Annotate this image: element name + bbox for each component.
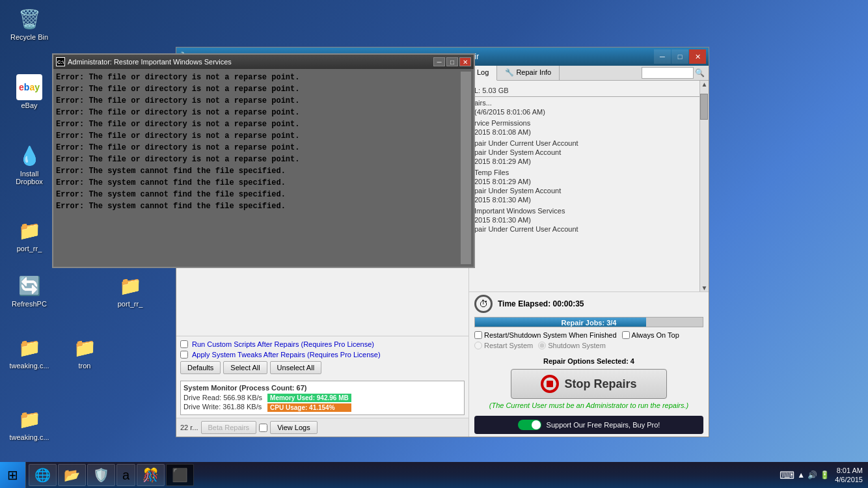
restart-shutdown-label: Restart/Shutdown System When Finished	[474, 331, 617, 339]
repair-info-icon: 🔧	[505, 68, 516, 76]
recycle-bin-label: Recycle Bin	[10, 33, 48, 41]
pro-banner[interactable]: Support Our Free Repairs, Buy Pro!	[474, 416, 703, 434]
refresh-pc-label: RefreshPC	[12, 300, 47, 308]
system-action-options: Restart System Shutdown System	[469, 342, 709, 352]
repair-action-buttons: Defaults Select All Unselect All	[180, 361, 465, 374]
cmd-minimize-button[interactable]: ─	[433, 57, 445, 66]
timer-section: ⏱ Time Elapsed: 00:00:35	[469, 291, 709, 316]
shutdown-system-label: Shutdown System	[538, 342, 606, 349]
taskbar-amazon[interactable]: a	[116, 464, 135, 486]
network-icon[interactable]: ▲	[797, 470, 805, 480]
taskbar-shield[interactable]: 🛡️	[87, 464, 115, 486]
scroll-down-arrow[interactable]: ▼	[700, 284, 709, 291]
clock-time: 8:01 AM	[835, 466, 863, 475]
ebay-label: eBay	[21, 102, 37, 109]
cmd-title: Administrator: Restore Important Windows…	[68, 58, 232, 66]
taskbar-right: ⌨ ▲ 🔊 🔋 8:01 AM 4/6/2015	[774, 466, 868, 485]
cmd-icon: C:\	[56, 57, 65, 66]
taskbar-apps: 🌐 📂 🛡️ a 🎊 ⬛	[26, 464, 774, 486]
memory-badge: Memory Used: 942.96 MB	[267, 394, 351, 402]
unselect-all-button[interactable]: Unselect All	[270, 361, 321, 374]
battery-icon[interactable]: 🔋	[820, 470, 830, 480]
view-logs-button[interactable]: View Logs	[270, 421, 318, 434]
volume-icon[interactable]: 🔊	[807, 470, 817, 480]
page-indicator: 22 r...	[180, 424, 198, 431]
search-icon[interactable]: 🔍	[694, 68, 706, 77]
desktop-icon-tweaking1[interactable]: 📁 tweaking.c...	[3, 332, 55, 372]
port-rr2-label: port_rr_	[118, 300, 143, 308]
desktop-icon-recycle-bin[interactable]: 🗑️ Recycle Bin	[3, 3, 55, 44]
cpu-badge: CPU Usage: 41.154%	[267, 403, 351, 412]
scroll-up-arrow[interactable]: ▲	[700, 81, 709, 88]
view-logs-check[interactable]	[259, 424, 267, 432]
select-all-button[interactable]: Select All	[223, 361, 267, 374]
start-button[interactable]: ⊞	[0, 462, 26, 488]
desktop-icon-refresh-pc[interactable]: 🔄 RefreshPC	[3, 270, 55, 310]
cmd-close-button[interactable]: ✕	[459, 57, 471, 66]
restart-system-label: Restart System	[474, 342, 533, 349]
admin-note: (The Current User must be an Administrat…	[489, 401, 689, 409]
desktop-icon-port-rr2[interactable]: 📁 port_rr_	[104, 270, 156, 310]
option-custom-scripts: Run Custom Scripts After Repairs (Requir…	[180, 340, 465, 348]
stop-icon	[541, 375, 559, 393]
repair-close-button[interactable]: ✕	[689, 49, 706, 64]
repair-options-count: Repair Options Selected: 4	[542, 356, 636, 366]
restart-radio[interactable]	[474, 342, 482, 349]
repair-minimize-button[interactable]: ─	[654, 49, 671, 64]
desktop-icon-dropbox[interactable]: 💧 Install Dropbox	[3, 140, 55, 188]
taskbar-explorer[interactable]: 📂	[58, 464, 86, 486]
desktop-icon-port-rr[interactable]: 📁 port_rr_	[3, 215, 55, 255]
log-content: L: 5.03 GB airs... (4/6/2015 8:01:06 AM)…	[469, 81, 709, 291]
restart-shutdown-checkbox[interactable]	[474, 331, 482, 339]
option-system-tweaks: Apply System Tweaks After Repairs (Requi…	[180, 351, 465, 359]
custom-scripts-label: Run Custom Scripts After Repairs (Requir…	[192, 340, 374, 348]
repair-maximize-button[interactable]: □	[671, 49, 688, 64]
taskbar: ⊞ 🌐 📂 🛡️ a 🎊 ⬛ ⌨ ▲ 🔊 🔋 8:01 AM 4/6/2015	[0, 462, 868, 488]
system-tweaks-checkbox[interactable]	[180, 351, 188, 359]
desktop-icon-tweaking2[interactable]: 📁 tweaking.c...	[3, 403, 55, 444]
scroll-thumb[interactable]	[700, 94, 708, 120]
taskbar-cmd[interactable]: ⬛	[166, 464, 194, 486]
dropbox-label: Install Dropbox	[6, 170, 53, 185]
log-scrollbar[interactable]: ▲ ▼	[699, 81, 709, 291]
tab-repair-info[interactable]: 🔧 Repair Info	[497, 66, 560, 80]
windows-icon: ⊞	[7, 467, 18, 483]
shutdown-options: Restart/Shutdown System When Finished Al…	[469, 329, 709, 342]
timer-text: Time Elapsed: 00:00:35	[498, 299, 584, 308]
pro-text: Support Our Free Repairs, Buy Pro!	[547, 421, 660, 429]
stop-repairs-section: Repair Options Selected: 4 Stop Repairs …	[469, 352, 709, 413]
tab-search: 🔍	[639, 66, 709, 80]
cmd-scrollbar[interactable]	[461, 72, 471, 264]
right-tabs: Log 🔧 Repair Info 🔍	[469, 66, 709, 81]
tweaking2-label: tweaking.c...	[9, 433, 49, 441]
progress-text: Repair Jobs: 3/4	[475, 318, 703, 328]
stop-repairs-button[interactable]: Stop Repairs	[511, 369, 667, 399]
clock-date: 4/6/2015	[835, 475, 863, 484]
taskbar-clock: 8:01 AM 4/6/2015	[835, 466, 863, 485]
sysmon-title: System Monitor (Process Count: 67)	[183, 384, 461, 392]
cmd-maximize-button[interactable]: □	[446, 57, 458, 66]
taskbar-party[interactable]: 🎊	[137, 464, 165, 486]
custom-scripts-checkbox[interactable]	[180, 340, 188, 348]
always-on-top-checkbox[interactable]	[622, 331, 630, 339]
cmd-titlebar: C:\ Administrator: Restore Important Win…	[53, 55, 474, 69]
bottom-options: Run Custom Scripts After Repairs (Requir…	[176, 336, 468, 378]
cmd-content: Error: The file or directory is not a re…	[53, 69, 474, 267]
shutdown-radio[interactable]	[538, 342, 546, 349]
drive-write: Drive Write: 361.88 KB/s	[183, 403, 262, 411]
system-monitor: System Monitor (Process Count: 67) Drive…	[180, 381, 465, 415]
repair-bottom-row: 22 r... Beta Repairs View Logs	[176, 418, 468, 437]
taskbar-ie[interactable]: 🌐	[29, 464, 57, 486]
cmd-window: C:\ Administrator: Restore Important Win…	[52, 53, 475, 268]
desktop-icon-ebay[interactable]: ebay eBay	[3, 72, 55, 112]
defaults-button[interactable]: Defaults	[180, 361, 221, 374]
desktop-icon-tron[interactable]: 📁 tron	[59, 332, 111, 372]
pro-toggle[interactable]	[518, 420, 541, 430]
port-rr-label: port_rr_	[17, 245, 42, 252]
progress-bar: Repair Jobs: 3/4	[474, 317, 703, 327]
beta-repairs-button[interactable]: Beta Repairs	[201, 421, 257, 434]
keyboard-tray-icon[interactable]: ⌨	[780, 469, 794, 481]
search-input[interactable]	[642, 67, 694, 79]
timer-icon: ⏱	[474, 295, 493, 313]
repair-right-panel: Log 🔧 Repair Info 🔍 L: 5.03 GB airs...	[469, 66, 709, 437]
